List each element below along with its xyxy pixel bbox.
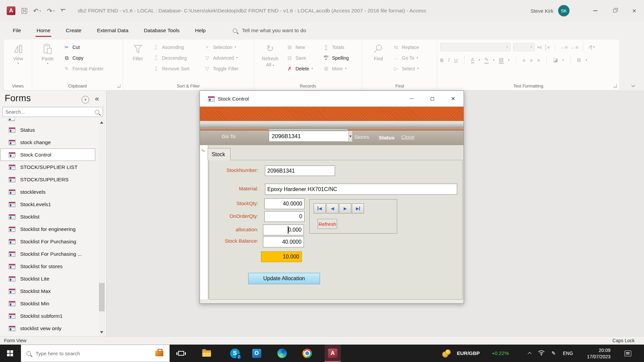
totals-button[interactable]: ∑Totals — [323, 43, 349, 51]
tray-expand-icon[interactable] — [528, 352, 531, 355]
nav-pane-menu-icon[interactable]: ▼ — [82, 96, 89, 104]
allocation-input[interactable] — [263, 225, 304, 235]
pen-icon[interactable]: ✎ — [551, 350, 556, 356]
ticker-change[interactable]: +0.22% — [492, 350, 509, 356]
font-color-icon[interactable]: A — [471, 57, 474, 63]
close-button[interactable]: ✕ — [625, 0, 644, 21]
next-record-button[interactable]: ▶ — [339, 203, 351, 214]
skype-button[interactable]: S2 — [227, 345, 243, 362]
underline-icon[interactable]: U — [454, 57, 458, 63]
decrease-indent-icon[interactable]: ←≡ — [571, 44, 579, 50]
combo-dropdown-icon[interactable]: ▼ — [348, 131, 352, 141]
chrome-button[interactable] — [299, 345, 315, 362]
scroll-up-icon[interactable] — [100, 121, 103, 124]
sidebar-item-stocklist[interactable]: Stocklist — [0, 210, 95, 223]
sidebar-item-stock-control[interactable]: Stock Control — [0, 148, 95, 161]
sidebar-item-stocklist-subform1[interactable]: Stocklist subform1 — [0, 310, 95, 322]
filter-button[interactable]: Filter — [126, 42, 150, 62]
taskbar-search-box[interactable] — [21, 345, 170, 362]
advanced-button[interactable]: ▽Advanced▾ — [204, 54, 238, 62]
sidebar-item-stocklist-max[interactable]: Stocklist Max — [0, 285, 95, 297]
stock-maximize-button[interactable] — [422, 91, 443, 107]
access-taskbar-button[interactable]: A — [325, 345, 341, 362]
save-record-button[interactable]: ⊟Save — [286, 54, 313, 62]
format-painter-button[interactable]: ✎Format Painter — [63, 64, 104, 73]
ticker-pair[interactable]: EUR/GBP — [457, 350, 480, 356]
taskbar-search-input[interactable] — [31, 351, 155, 356]
restore-button[interactable] — [605, 0, 625, 21]
material-input[interactable] — [265, 184, 457, 195]
paste-button[interactable]: Paste ▾ — [36, 42, 60, 65]
stock-minimize-button[interactable] — [401, 91, 422, 107]
sidebar-item-stocklist-stores[interactable]: Stocklist for stores — [0, 260, 95, 273]
language-indicator[interactable]: ENG — [563, 351, 573, 356]
sidebar-item-stocklist-purchasing[interactable]: Stocklist For Purchasing — [0, 235, 95, 248]
stock-window-titlebar[interactable]: Stock Control ✕ — [200, 91, 464, 107]
tell-me-search[interactable]: Tell me what you want to do — [233, 27, 306, 34]
tab-help[interactable]: Help — [187, 21, 213, 40]
market-ticker-icon[interactable] — [442, 349, 450, 357]
close-link[interactable]: Close — [401, 134, 415, 140]
sidebar-item-stocklist-min[interactable]: Stocklist Min — [0, 297, 95, 310]
record-selector-strip[interactable]: ✎ — [200, 145, 208, 303]
fill-color-icon[interactable]: ▨ — [499, 57, 503, 64]
nav-search-icon[interactable] — [95, 110, 99, 114]
undo-icon[interactable]: ↶▾ — [33, 7, 41, 15]
list-item-partial[interactable] — [0, 119, 96, 124]
sidebar-item-stocklist-view-only[interactable]: stocklist veiw only — [0, 322, 95, 335]
tab-file[interactable]: File — [5, 21, 29, 40]
nav-scrollbar[interactable] — [99, 119, 105, 336]
descending-button[interactable]: ZA↓Descending — [153, 54, 190, 62]
increase-indent-icon[interactable]: →≡ — [560, 44, 568, 50]
stores-link[interactable]: Stores — [354, 134, 369, 140]
last-record-button[interactable]: ▶ — [352, 203, 364, 214]
toggle-filter-button[interactable]: ▽Toggle Filter — [204, 64, 238, 73]
search-highlight-icon[interactable] — [155, 351, 163, 356]
tell-me-label[interactable]: Tell me what you want to do — [242, 27, 306, 34]
select-button[interactable]: ▷Select▾ — [392, 64, 419, 73]
save-icon[interactable] — [21, 8, 27, 14]
gridlines-icon[interactable]: ◪ — [553, 57, 558, 63]
stock-close-button[interactable]: ✕ — [443, 91, 464, 107]
status-link[interactable]: Status — [379, 135, 394, 141]
selection-button[interactable]: ⚡Selection▾ — [204, 43, 238, 51]
alternate-row-color-icon[interactable]: ⊞ — [577, 57, 581, 63]
bold-icon[interactable]: B — [440, 57, 444, 63]
sidebar-item-stock-supplier-list[interactable]: STOCK/SUPPLIER LIST — [0, 161, 95, 173]
italic-icon[interactable]: I — [448, 57, 450, 63]
align-left-icon[interactable]: ≡ — [523, 57, 526, 63]
replace-button[interactable]: ⇆Replace — [392, 43, 419, 51]
shutter-bar-close-icon[interactable]: « — [95, 95, 99, 103]
sidebar-item-stocklist-purchasing-2[interactable]: Stocklist For Purchasing ... — [0, 248, 95, 260]
collapse-ribbon-icon[interactable] — [632, 83, 635, 87]
action-center-icon[interactable] — [625, 351, 631, 356]
sidebar-item-stock-suppliers[interactable]: STOCK/SUPPLIERS — [0, 173, 95, 186]
tab-create[interactable]: Create — [58, 21, 89, 40]
goto-combo-input[interactable] — [269, 131, 348, 141]
redo-icon[interactable]: ↷▾ — [47, 7, 55, 15]
goto-combo[interactable]: ▼ — [269, 131, 347, 142]
customize-qat-icon[interactable] — [61, 9, 65, 12]
bullets-icon[interactable]: •≡ — [537, 44, 542, 50]
update-allocation-button[interactable]: Update Allocation — [248, 273, 320, 284]
numbering-icon[interactable]: 12≡ — [545, 44, 550, 50]
go-to-button[interactable]: →Go To▾ — [392, 54, 419, 62]
sidebar-item-stocklist-lite[interactable]: Stocklist Lite — [0, 273, 95, 285]
stock-balance-input[interactable] — [263, 236, 304, 247]
edge-button[interactable] — [274, 345, 290, 362]
wifi-icon[interactable] — [538, 350, 545, 357]
account-name[interactable]: Steve Kirk — [531, 8, 553, 14]
cut-button[interactable]: ✂Cut — [63, 43, 104, 51]
remove-sort-button[interactable]: A✗Remove Sort — [153, 64, 190, 73]
sidebar-item-status[interactable]: Status — [0, 124, 95, 136]
copy-button[interactable]: ⧉Copy — [63, 54, 104, 62]
sidebar-item-stocklevels[interactable]: stocklevels — [0, 186, 95, 198]
align-right-icon[interactable]: ≡ — [537, 57, 540, 63]
minimize-button[interactable] — [586, 0, 605, 21]
font-name-combo[interactable]: ▾ — [440, 43, 511, 51]
view-button[interactable]: View ▾ — [6, 42, 30, 65]
sidebar-item-stocklist-engineering[interactable]: Stocklist for engineering — [0, 223, 95, 235]
tab-database-tools[interactable]: Database Tools — [136, 21, 187, 40]
avatar[interactable]: SK — [558, 5, 570, 16]
font-size-combo[interactable]: ▾ — [513, 43, 535, 51]
